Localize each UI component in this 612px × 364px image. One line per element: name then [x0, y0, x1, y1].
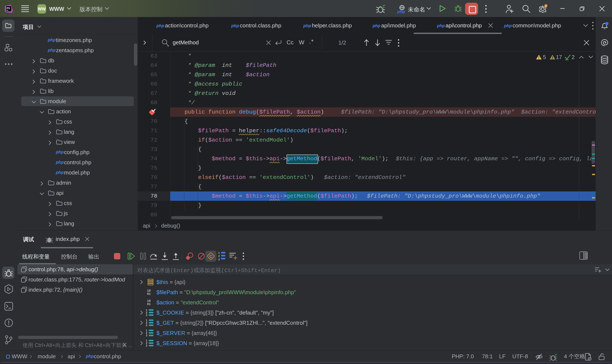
svg-text:PS: PS [7, 7, 10, 10]
svg-text:C: C [209, 254, 213, 259]
svg-text:php: php [397, 9, 405, 13]
